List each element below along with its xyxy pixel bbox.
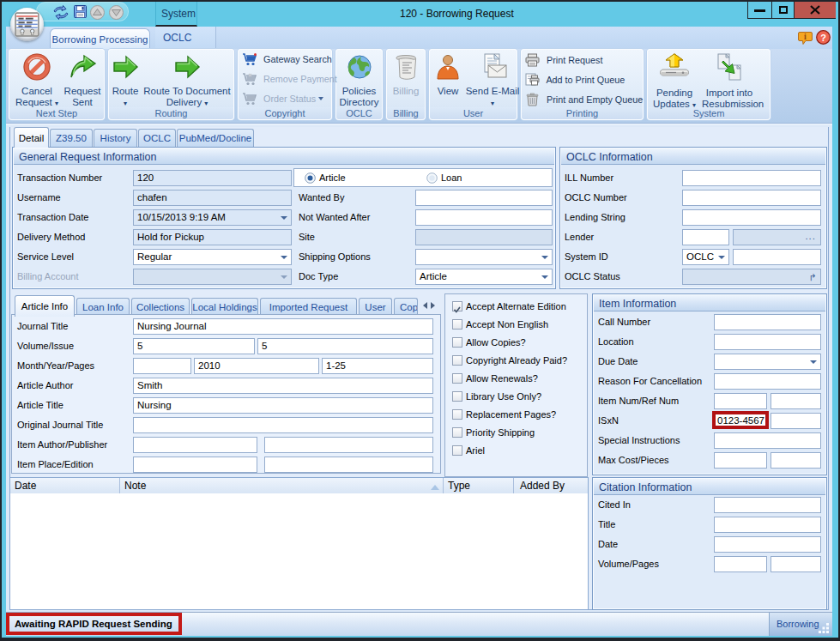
- svg-text:?: ?: [820, 33, 826, 43]
- svg-text:i: i: [804, 32, 807, 41]
